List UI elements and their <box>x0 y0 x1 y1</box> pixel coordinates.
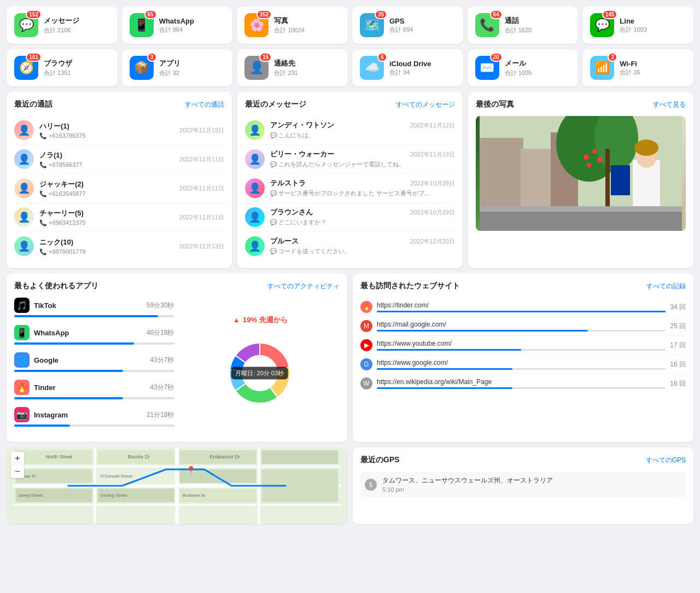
calls-title: 最近の通話 <box>14 100 52 109</box>
message-item[interactable]: 👤 ビリー・ウォーカー 2022年11月19日 💬 これを読んだらメッセンジャー… <box>245 145 455 174</box>
usage-bar-bg <box>14 342 174 345</box>
map-svg: North Street Bourke Dr Endeavour Dr Tama… <box>7 447 347 524</box>
call-item[interactable]: 👤 チャーリー(5) 📞 +6963412375 2022年11月11日 <box>14 203 224 232</box>
phone-icon: 📞 <box>39 161 47 168</box>
call-item[interactable]: 👤 ハリー(1) 📞 +6163786375 2022年11月19日 <box>14 116 224 145</box>
donut-chart: 月曜日: 20分 03秒 <box>216 329 304 417</box>
app-name-label: Wi-Fi <box>620 60 640 68</box>
svg-rect-14 <box>611 165 630 195</box>
svg-text:Jewry Street: Jewry Street <box>19 493 43 498</box>
call-info: ハリー(1) 📞 +6163786375 <box>39 121 179 139</box>
message-date: 2022年10月29日 <box>410 208 455 217</box>
app-badge: 3 <box>147 53 157 62</box>
usage-bar <box>14 397 123 399</box>
call-date: 2022年11月11日 <box>179 213 224 222</box>
message-item[interactable]: 👤 テルストラ 2022年10月29日 💬 サービス番号がブロックされました サ… <box>245 174 455 203</box>
message-item[interactable]: 👤 アンディ・ワトソン 2022年11月12日 💬 こんにちは。 <box>245 116 455 145</box>
app-card[interactable]: 💬145Line合計 1003 <box>582 7 693 44</box>
app-grid-row1: 💬152メッセージ合計 2106📱65WhatsApp合計 964🌸352写真合… <box>7 7 693 44</box>
call-number: 📞 +6963412375 <box>39 219 179 226</box>
app-card[interactable]: 📱65WhatsApp合計 964 <box>122 7 233 44</box>
app-card[interactable]: ☁️6iCloud Drive合計 34 <box>352 49 463 86</box>
call-avatar: 👤 <box>14 120 34 140</box>
site-bar-bg <box>377 349 666 351</box>
increase-text: 19% 先週から <box>243 315 288 325</box>
app-info: Line合計 1003 <box>620 17 647 34</box>
app-count-label: 合計 34 <box>389 68 431 77</box>
call-name: チャーリー(5) <box>39 208 179 218</box>
calls-link[interactable]: すべての通話 <box>185 100 224 109</box>
svg-text:📍: 📍 <box>185 466 196 476</box>
message-name: テルストラ <box>270 178 306 188</box>
message-text: 💬 サービス番号がブロックされました サービス番号がブ... <box>270 189 455 197</box>
app-card[interactable]: 🌸352写真合計 10024 <box>237 7 348 44</box>
app-card[interactable]: 📦3アプリ合計 32 <box>122 49 233 86</box>
gps-info: タムワース、ニューサウスウェールズ州、オーストラリア 5:10 pm <box>382 476 681 493</box>
app-card[interactable]: 🧭101ブラウザ合計 1351 <box>7 49 118 86</box>
site-item[interactable]: W https://en.wikipedia.org/wiki/Main_Pag… <box>360 374 686 393</box>
app-badge: 20 <box>490 53 503 62</box>
call-item[interactable]: 👤 ノラ(1) 📞 +678566377 2022年11月11日 <box>14 145 224 174</box>
message-avatar: 👤 <box>245 207 265 227</box>
message-info: ブラウンさん 2022年10月29日 💬 どこにいますか？ <box>270 207 455 226</box>
call-number: 📞 +6163545877 <box>39 190 179 197</box>
app-icon-wrap: ✉️20 <box>475 56 499 80</box>
apps-usage-link[interactable]: すべてのアクティビティ <box>267 282 340 291</box>
photo-link[interactable]: すべて見る <box>653 100 686 109</box>
app-usage-icon: 🌐 <box>14 352 30 368</box>
call-item[interactable]: 👤 ジャッキー(2) 📞 +6163545877 2022年11月11日 <box>14 174 224 203</box>
call-avatar: 👤 <box>14 149 34 169</box>
site-url: https://www.youtube.com/ <box>377 340 666 347</box>
usage-bar <box>14 425 70 427</box>
app-usage-item: 🌐 Google 43分7秒 <box>14 352 174 372</box>
svg-text:Bourke Dr: Bourke Dr <box>128 454 150 460</box>
app-info: WhatsApp合計 964 <box>159 17 194 34</box>
site-icon: 🔥 <box>360 301 372 313</box>
messages-title: 最近のメッセージ <box>245 100 306 109</box>
app-info: 写真合計 10024 <box>274 16 305 34</box>
app-card[interactable]: ✉️20メール合計 1005 <box>468 49 579 86</box>
svg-point-10 <box>587 163 591 167</box>
app-card[interactable]: 👤15通絡先合計 231 <box>237 49 348 86</box>
site-icon: G <box>360 358 372 370</box>
site-item[interactable]: G https://www.google.com/ 16 回 <box>360 355 686 374</box>
message-item[interactable]: 👤 ブルース 2022年12月20日 💬 コードを送ってください。 <box>245 232 455 260</box>
app-card[interactable]: 🗺️35GPS合計 694 <box>352 7 463 44</box>
site-icon: M <box>360 320 372 332</box>
websites-link[interactable]: すべての記録 <box>646 282 686 291</box>
app-info: GPS合計 694 <box>389 17 413 34</box>
site-count: 17 回 <box>670 341 686 350</box>
app-name-label: ブラウザ <box>44 59 72 68</box>
app-usage-name: Tinder <box>34 383 145 392</box>
gps-link[interactable]: すべてのGPS <box>646 456 686 465</box>
map-zoom-in[interactable]: + <box>11 452 24 465</box>
site-info: https://www.google.com/ <box>377 359 666 370</box>
bottom-row: North Street Bourke Dr Endeavour Dr Tama… <box>7 447 693 524</box>
app-card[interactable]: 📞64通話合計 1620 <box>468 7 579 44</box>
app-count-label: 合計 1620 <box>505 26 532 34</box>
messages-link[interactable]: すべてのメッセージ <box>396 100 455 109</box>
call-number: 📞 +6163786375 <box>39 132 179 139</box>
site-url: https://tinder.com/ <box>377 301 666 309</box>
message-text: 💬 どこにいますか？ <box>270 218 455 226</box>
call-name: ハリー(1) <box>39 121 179 131</box>
message-avatar: 👤 <box>245 178 265 198</box>
app-badge: 6 <box>377 53 387 62</box>
app-card[interactable]: 💬152メッセージ合計 2106 <box>7 7 118 44</box>
map-zoom-out[interactable]: − <box>11 465 24 478</box>
message-date: 2022年12月20日 <box>410 237 455 246</box>
gps-item[interactable]: 1 タムワース、ニューサウスウェールズ州、オーストラリア 5:10 pm <box>360 472 686 497</box>
site-count: 34 回 <box>670 303 686 312</box>
call-item[interactable]: 👤 ニック(10) 📞 +6979001778 2022年12月13日 <box>14 232 224 260</box>
app-card[interactable]: 📶2Wi-Fi合計 26 <box>582 49 693 86</box>
message-item[interactable]: 👤 ブラウンさん 2022年10月29日 💬 どこにいますか？ <box>245 203 455 232</box>
app-info: Wi-Fi合計 26 <box>620 60 640 77</box>
site-bar <box>377 311 666 312</box>
site-item[interactable]: M https://mail.google.com/ 25 回 <box>360 317 686 336</box>
app-icon-wrap: 🌸352 <box>244 13 269 37</box>
site-bar <box>377 387 512 389</box>
call-name: ジャッキー(2) <box>39 179 179 189</box>
call-avatar: 👤 <box>14 178 34 198</box>
site-item[interactable]: 🔥 https://tinder.com/ 34 回 <box>360 298 686 317</box>
site-item[interactable]: ▶ https://www.youtube.com/ 17 回 <box>360 336 686 355</box>
